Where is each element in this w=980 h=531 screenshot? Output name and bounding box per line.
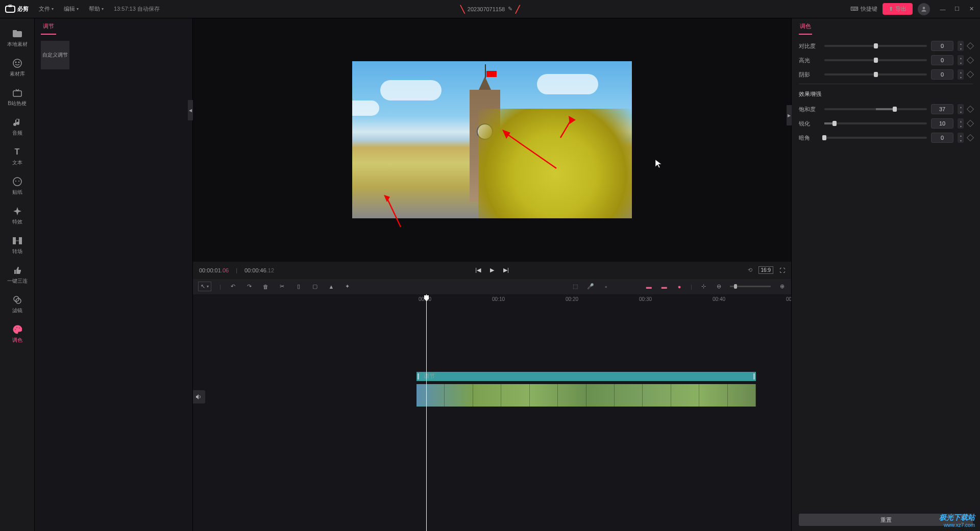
menu-edit[interactable]: 编辑▾ [64, 5, 79, 13]
playhead[interactable] [426, 294, 427, 532]
sidebar-item-text[interactable]: T文本 [0, 142, 34, 171]
zoom-slider[interactable] [730, 286, 771, 287]
zoom-in-button[interactable]: ⊕ [778, 283, 786, 290]
play-button[interactable]: ▶ [490, 267, 494, 273]
shortcuts-button[interactable]: ⌨快捷键 [850, 5, 877, 13]
divider [799, 84, 973, 84]
saturation-spinner[interactable]: ▴▾ [958, 104, 964, 114]
contrast-input[interactable] [931, 41, 953, 51]
keyframe-button[interactable] [967, 106, 974, 113]
svg-point-9 [18, 181, 19, 182]
param-label: 高光 [799, 57, 820, 64]
sidebar-item-triple[interactable]: 一键三连 [0, 260, 34, 290]
panel-collapse-handle[interactable]: ◀ [188, 100, 193, 120]
sidebar-item-effect[interactable]: 特效 [0, 201, 34, 231]
crop-tool-button[interactable]: ▯ [295, 283, 303, 290]
time-ruler[interactable]: 00:00 00:10 00:20 00:30 00:40 00:50 01:0… [219, 294, 791, 306]
chevron-down-icon: ▾ [52, 7, 54, 11]
custom-adjust-preset[interactable]: 自定义调节 [41, 41, 69, 69]
menu-help[interactable]: 帮助▾ [89, 5, 104, 13]
sidebar-item-color[interactable]: 调色 [0, 319, 34, 349]
ruler-mark: 00:40 [713, 296, 725, 302]
vignette-spinner[interactable]: ▴▾ [958, 133, 964, 143]
svg-rect-10 [13, 237, 16, 244]
highlight-input[interactable] [931, 55, 953, 65]
delete-button[interactable]: 🗑 [262, 284, 270, 290]
preview-decoration [478, 109, 632, 219]
preview-canvas[interactable] [352, 61, 632, 218]
shadow-slider[interactable] [824, 73, 927, 75]
timeline[interactable]: ◀ 00:00 00:10 00:20 00:30 00:40 00:50 01… [193, 294, 791, 532]
marker-button-1[interactable]: ▬ [645, 284, 653, 290]
folder-icon [12, 29, 22, 39]
keyframe-button[interactable] [967, 71, 974, 78]
menu-file[interactable]: 文件▾ [39, 5, 54, 13]
keyframe-button[interactable] [967, 57, 974, 64]
redo-button[interactable]: ↷ [246, 283, 254, 290]
vignette-input[interactable] [931, 133, 953, 143]
panel-tab-adjust[interactable]: 调节 [41, 18, 56, 35]
aspect-ratio-button[interactable]: 16:9 [758, 266, 773, 274]
close-button[interactable]: ✕ [968, 6, 975, 13]
ruler-mark: 00:20 [566, 296, 578, 302]
split-button[interactable]: ✂ [278, 283, 286, 290]
svg-point-7 [13, 178, 21, 186]
next-frame-button[interactable]: ▶| [503, 267, 509, 273]
sidebar-item-filter[interactable]: 滤镜 [0, 290, 34, 319]
left-sidebar: 本地素材 素材库 B站热梗 音频 T文本 贴纸 特效 转场 一键三连 滤镜 调色 [0, 18, 35, 531]
record-button[interactable]: ▫ [602, 284, 610, 290]
logo-icon [5, 6, 15, 13]
transition-icon [12, 236, 22, 246]
prev-frame-button[interactable]: |◀ [475, 267, 481, 273]
zoom-out-button[interactable]: ⊖ [715, 283, 723, 290]
shadow-spinner[interactable]: ▴▾ [958, 69, 964, 80]
window-controls: — ☐ ✕ [939, 6, 975, 13]
vignette-slider[interactable] [824, 137, 927, 139]
tv-icon [12, 88, 22, 98]
contrast-slider[interactable] [824, 45, 927, 47]
fullscreen-icon[interactable]: ⛶ [779, 267, 785, 273]
align-button[interactable]: ⊹ [699, 283, 707, 290]
svg-point-14 [14, 329, 15, 330]
cursor-tool-select[interactable]: ↖▾ [198, 282, 211, 291]
sharpen-slider[interactable] [824, 122, 927, 124]
minimize-button[interactable]: — [939, 6, 946, 13]
magic-button[interactable]: ✦ [344, 283, 352, 290]
sidebar-item-sticker[interactable]: 贴纸 [0, 171, 34, 201]
mirror-button[interactable]: ▲ [327, 284, 335, 290]
project-title: 202307071158 [468, 6, 505, 12]
sidebar-item-bhot[interactable]: B站热梗 [0, 83, 34, 112]
keyframe-button[interactable] [967, 42, 974, 49]
saturation-slider[interactable] [824, 108, 927, 110]
sidebar-item-library[interactable]: 素材库 [0, 53, 34, 83]
sharpen-spinner[interactable]: ▴▾ [958, 118, 964, 129]
edit-title-icon[interactable]: ✎ [508, 6, 512, 12]
saturation-input[interactable] [931, 104, 953, 114]
user-avatar[interactable] [918, 3, 930, 15]
undo-button[interactable]: ↶ [229, 283, 237, 290]
loop-icon[interactable]: ⟲ [748, 267, 752, 273]
snap-button[interactable]: ⬚ [571, 283, 579, 290]
right-panel-collapse-handle[interactable]: ▶ [787, 105, 792, 125]
shadow-input[interactable] [931, 69, 953, 80]
effect-clip[interactable]: 调节 [416, 372, 756, 381]
sidebar-item-local[interactable]: 本地素材 [0, 23, 34, 53]
freeze-button[interactable]: ▢ [311, 283, 319, 290]
marker-button-2[interactable]: ▬ [660, 284, 668, 290]
export-button[interactable]: ⬆导出 [883, 3, 913, 15]
sidebar-item-transition[interactable]: 转场 [0, 231, 34, 260]
keyframe-button[interactable] [967, 134, 974, 141]
sharpen-input[interactable] [931, 118, 953, 129]
marker-button-3[interactable]: ● [675, 284, 683, 290]
param-contrast: 对比度 ▴▾ [799, 39, 973, 53]
sidebar-item-audio[interactable]: 音频 [0, 112, 34, 142]
track-mute-button[interactable] [193, 390, 205, 403]
contrast-spinner[interactable]: ▴▾ [958, 41, 964, 51]
highlight-slider[interactable] [824, 59, 927, 61]
video-clip[interactable] [416, 384, 756, 407]
maximize-button[interactable]: ☐ [953, 6, 961, 13]
tab-color[interactable]: 调色 [799, 18, 812, 35]
keyframe-button[interactable] [967, 120, 974, 127]
mic-button[interactable]: 🎤 [586, 283, 595, 290]
highlight-spinner[interactable]: ▴▾ [958, 55, 964, 65]
